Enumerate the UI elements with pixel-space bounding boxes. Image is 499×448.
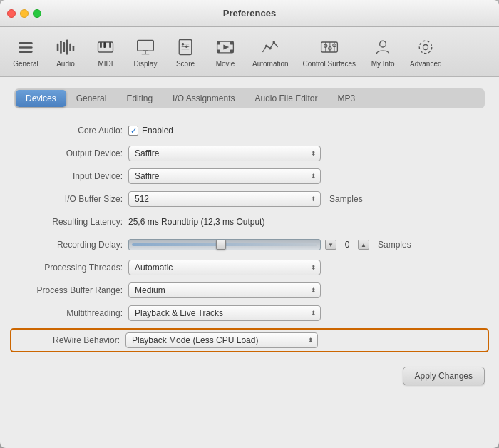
midi-label: MIDI: [98, 60, 113, 68]
output-device-select[interactable]: Saffire: [128, 146, 321, 161]
processing-threads-select[interactable]: Automatic: [128, 260, 321, 275]
slider-area: ▼ 0 ▲ Samples: [128, 239, 411, 250]
input-device-label: Input Device:: [14, 171, 128, 181]
rewire-row: ReWire Behavior: Playback Mode (Less CPU…: [10, 328, 489, 352]
slider-thumb[interactable]: [216, 240, 226, 250]
toolbar-item-display[interactable]: Display: [127, 33, 164, 71]
latency-value: 25,6 ms Roundtrip (12,3 ms Output): [128, 217, 485, 227]
process-buffer-value: Medium ⬍: [128, 282, 485, 298]
recording-delay-samples-label: Samples: [378, 240, 411, 250]
multithreading-row: Multithreading: Playback & Live Tracks ⬍: [14, 305, 485, 321]
input-device-select-wrapper[interactable]: Saffire ⬍: [128, 168, 321, 184]
processing-threads-value: Automatic ⬍: [128, 260, 485, 275]
input-device-value: Saffire ⬍: [128, 168, 485, 184]
display-label: Display: [134, 60, 158, 68]
rewire-select[interactable]: Playback Mode (Less CPU Load): [125, 332, 318, 348]
multithreading-label: Multithreading:: [14, 308, 128, 318]
toolbar-item-audio[interactable]: Audio: [47, 33, 84, 71]
toolbar-item-advanced[interactable]: Advanced: [404, 33, 447, 71]
io-buffer-select-wrapper[interactable]: 512 ⬍: [128, 191, 321, 207]
svg-rect-25: [230, 41, 233, 44]
core-audio-checkbox[interactable]: ✓: [128, 126, 138, 136]
tab-mp3[interactable]: MP3: [328, 90, 366, 107]
general-label: General: [13, 60, 38, 68]
tab-devices[interactable]: Devices: [16, 90, 66, 107]
io-buffer-select[interactable]: 512: [128, 191, 321, 207]
zoom-button[interactable]: [33, 9, 41, 18]
general-icon: [14, 36, 37, 58]
tab-editing[interactable]: Editing: [116, 90, 163, 107]
input-device-row: Input Device: Saffire ⬍: [14, 168, 485, 184]
titlebar: Preferences: [0, 0, 499, 27]
score-icon: [174, 36, 197, 58]
recording-delay-stepper: ▼ 0 ▲: [325, 240, 369, 250]
input-device-select[interactable]: Saffire: [128, 168, 321, 184]
control-surfaces-label: Control Surfaces: [303, 60, 356, 68]
audio-label: Audio: [56, 60, 75, 68]
minimize-button[interactable]: [20, 9, 29, 18]
processing-threads-select-wrapper[interactable]: Automatic ⬍: [128, 260, 321, 275]
core-audio-row: Core Audio: ✓ Enabled: [14, 123, 485, 138]
process-buffer-row: Process Buffer Range: Medium ⬍: [14, 282, 485, 298]
apply-changes-button[interactable]: Apply Changes: [403, 367, 485, 385]
movie-icon: [214, 36, 237, 58]
svg-rect-7: [69, 44, 71, 51]
svg-rect-8: [73, 46, 75, 51]
toolbar-item-score[interactable]: Score: [167, 33, 204, 71]
toolbar-item-control-surfaces[interactable]: Control Surfaces: [297, 33, 361, 71]
processing-threads-row: Processing Threads: Automatic ⬍: [14, 260, 485, 275]
core-audio-label: Core Audio:: [14, 126, 128, 136]
core-audio-checkbox-wrapper[interactable]: ✓ Enabled: [128, 126, 173, 136]
toolbar-item-automation[interactable]: Automation: [247, 33, 294, 71]
stepper-up-button[interactable]: ▲: [358, 240, 369, 250]
recording-delay-slider[interactable]: [128, 239, 321, 250]
tab-general[interactable]: General: [66, 90, 117, 107]
advanced-label: Advanced: [410, 60, 441, 68]
output-device-select-wrapper[interactable]: Saffire ⬍: [128, 146, 321, 161]
core-audio-value: ✓ Enabled: [128, 126, 485, 136]
svg-point-30: [269, 47, 272, 50]
window-title: Preferences: [223, 8, 276, 19]
svg-rect-17: [179, 40, 192, 55]
tab-audio-file-editor[interactable]: Audio File Editor: [245, 90, 327, 107]
svg-rect-2: [19, 51, 32, 53]
svg-rect-24: [217, 41, 220, 44]
svg-point-29: [265, 45, 268, 48]
core-audio-enabled-label: Enabled: [142, 126, 173, 136]
toolbar-item-general[interactable]: General: [7, 33, 44, 71]
multithreading-select-wrapper[interactable]: Playback & Live Tracks ⬍: [128, 305, 321, 321]
toolbar: General Audio: [0, 27, 499, 77]
latency-row: Resulting Latency: 25,6 ms Roundtrip (12…: [14, 214, 485, 230]
stepper-value: 0: [339, 240, 356, 250]
toolbar-item-midi[interactable]: MIDI: [87, 33, 124, 71]
svg-rect-10: [100, 42, 102, 48]
rewire-select-wrapper[interactable]: Playback Mode (Less CPU Load) ⬍: [125, 332, 318, 348]
latency-text: 25,6 ms Roundtrip (12,3 ms Output): [128, 217, 264, 227]
samples-label: Samples: [329, 194, 363, 204]
automation-label: Automation: [252, 60, 289, 68]
process-buffer-select-wrapper[interactable]: Medium ⬍: [128, 282, 321, 298]
advanced-icon: [414, 36, 437, 58]
rewire-value: Playback Mode (Less CPU Load) ⬍: [125, 332, 483, 348]
form-grid: Core Audio: ✓ Enabled Output Device: Saf…: [14, 123, 485, 352]
close-button[interactable]: [7, 9, 16, 18]
toolbar-item-movie[interactable]: Movie: [207, 33, 244, 71]
svg-point-39: [380, 41, 386, 47]
svg-marker-28: [223, 45, 229, 50]
latency-label: Resulting Latency:: [14, 217, 128, 227]
preferences-window: Preferences General: [0, 0, 499, 448]
io-buffer-value: 512 ⬍ Samples: [128, 191, 485, 207]
toolbar-item-my-info[interactable]: My Info: [364, 33, 401, 71]
svg-rect-5: [63, 42, 66, 52]
multithreading-select[interactable]: Playback & Live Tracks: [128, 305, 321, 321]
tab-io-assignments[interactable]: I/O Assignments: [163, 90, 245, 107]
process-buffer-select[interactable]: Medium: [128, 282, 321, 298]
svg-rect-13: [138, 40, 154, 51]
apply-btn-row: Apply Changes: [14, 367, 485, 385]
stepper-down-button[interactable]: ▼: [325, 240, 336, 250]
processing-threads-label: Processing Threads:: [14, 263, 128, 273]
svg-point-22: [185, 45, 188, 48]
recording-delay-label: Recording Delay:: [14, 240, 128, 250]
multithreading-value: Playback & Live Tracks ⬍: [128, 305, 485, 321]
svg-rect-11: [103, 42, 106, 48]
